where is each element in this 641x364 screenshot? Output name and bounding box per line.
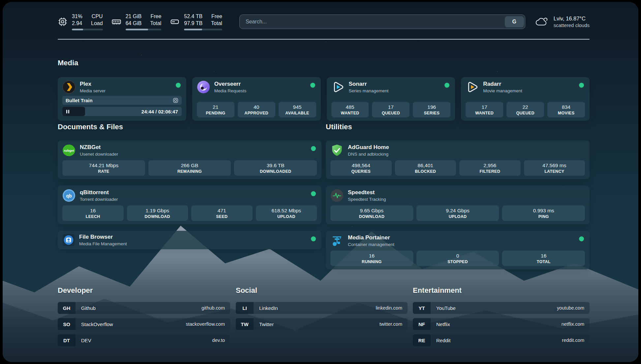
documents-section-cards: nzbget NZBGet Usenet downloader 744.21 M… <box>58 140 321 249</box>
stat-label: QUEUED <box>373 111 408 115</box>
stat-box-upload: 9.24 Gbps UPLOAD <box>416 205 499 221</box>
stat-value: 196 <box>414 104 449 110</box>
stat-box-rate: 744.21 Mbps RATE <box>62 160 145 176</box>
radarr-stats: 17 WANTED 22 QUEUED 834 MOVIES <box>466 102 585 117</box>
stat-value: 9.24 Gbps <box>418 207 498 214</box>
stat-box-pending: 21 PENDING <box>197 102 234 117</box>
app-name: Overseerr <box>214 81 247 87</box>
plex-names: Plex Media server <box>80 81 106 93</box>
stat-label: TOTAL <box>504 259 584 264</box>
bookmark-youtube[interactable]: YT YouTube youtube.com <box>413 302 590 314</box>
bookmark-stackoverflow[interactable]: SO StackOverflow stackoverflow.com <box>58 318 230 330</box>
app-card-qbittorrent[interactable]: qb qBittorrent Torrent downloader 16 LEE… <box>58 186 321 224</box>
stat-label: APPROVED <box>239 111 274 115</box>
memory-free-label: Free <box>150 13 162 20</box>
bookmark-abbr: TW <box>236 318 254 330</box>
bookmark-name: Reddit <box>431 338 450 343</box>
bookmark-name: YouTube <box>431 305 456 311</box>
bookmark-abbr: NF <box>413 318 431 330</box>
memory-progress-fill <box>126 29 148 30</box>
stat-value: 1.19 Gbps <box>128 207 187 214</box>
entertainment-bookmarks: YT YouTube youtube.com NF Netflix netfli… <box>413 302 590 346</box>
stat-box-upload: 618.52 Mbps UPLOAD <box>256 205 317 221</box>
search-engine-button[interactable]: G <box>505 16 524 27</box>
stat-label: SERIES <box>414 111 449 115</box>
pause-icon <box>66 110 69 113</box>
search-input[interactable] <box>240 19 505 25</box>
memory-ram-icon <box>111 17 121 27</box>
bookmark-abbr: LI <box>236 302 254 314</box>
search-bar: G <box>239 15 525 29</box>
sonarr-names: Sonarr Series management <box>349 81 389 93</box>
bookmark-twitter[interactable]: TW Twitter twitter.com <box>236 318 408 330</box>
stat-label: DOWNLOAD <box>128 214 187 219</box>
app-name: Media Portainer <box>348 234 394 241</box>
now-playing-media-icon <box>173 98 178 103</box>
app-card-portainer[interactable]: Media Portainer Container management 16 … <box>326 231 590 269</box>
disk-progress-fill <box>184 29 202 30</box>
memory-total-label: Total <box>150 20 162 27</box>
app-card-adguard[interactable]: AdGuard Home DNS and adblocking 498,564 … <box>326 140 590 179</box>
app-subtitle: Torrent downloader <box>80 197 118 202</box>
weather-widget: Lviv, 16.87°C scattered clouds <box>535 15 590 28</box>
bookmark-name: Twitter <box>254 321 274 327</box>
app-card-nzbget[interactable]: nzbget NZBGet Usenet downloader 744.21 M… <box>58 140 321 179</box>
bookmark-name: Github <box>76 305 96 311</box>
app-card-speedtest[interactable]: Speedtest Speedtest Tracking 9.65 Gbps D… <box>326 186 590 224</box>
stat-value: 471 <box>193 207 251 214</box>
stat-value: 16 <box>504 253 584 259</box>
app-card-sonarr[interactable]: Sonarr Series management 485 WANTED 17 Q… <box>327 77 455 121</box>
status-online-dot <box>444 83 449 88</box>
bookmark-netflix[interactable]: NF Netflix netflix.com <box>413 318 590 330</box>
weather-text: Lviv, 16.87°C scattered clouds <box>554 15 590 28</box>
app-card-radarr[interactable]: Radarr Movie management 17 WANTED 22 QUE… <box>461 77 590 121</box>
disk-total-value: 97.9 TB <box>184 20 202 27</box>
plex-icon <box>62 80 76 94</box>
portainer-names: Media Portainer Container management <box>348 234 394 247</box>
top-bar: 31% 2.94 CPU Load <box>58 11 590 33</box>
speedtest-icon <box>330 189 344 202</box>
stat-box-approved: 40 APPROVED <box>238 102 275 117</box>
bookmark-abbr: RE <box>413 334 431 346</box>
app-card-overseerr[interactable]: Overseerr Media Requests 21 PENDING 40 A… <box>192 77 321 121</box>
bookmark-github[interactable]: GH Github github.com <box>58 302 230 314</box>
bookmark-url: youtube.com <box>557 305 590 311</box>
filebrowser-icon <box>62 234 75 246</box>
app-card-plex[interactable]: Plex Media server Bullet Train 24:44 / 0 <box>58 77 186 121</box>
stat-box-download: 9.65 Gbps DOWNLOAD <box>330 205 413 221</box>
stat-value: 86,401 <box>396 162 455 169</box>
bookmark-dev[interactable]: DT DEV dev.to <box>58 334 230 346</box>
bookmark-reddit[interactable]: RE Reddit reddit.com <box>413 334 590 346</box>
stat-label: LEECH <box>64 214 122 219</box>
stat-label: WANTED <box>333 111 368 115</box>
utilities-section-title: Utilities <box>326 123 352 131</box>
cpu-stat-widget: 31% 2.94 CPU Load <box>58 13 103 31</box>
weather-location-temp: Lviv, 16.87°C <box>554 15 590 22</box>
bookmark-linkedin[interactable]: LI LinkedIn linkedin.com <box>236 302 408 314</box>
stat-value: 17 <box>467 104 502 110</box>
app-subtitle: Speedtest Tracking <box>348 197 386 202</box>
stat-value: 498,564 <box>332 162 390 169</box>
stat-label: MOVIES <box>549 111 584 115</box>
stat-label: FILTERED <box>461 169 519 174</box>
memory-free-value: 21 GiB <box>126 13 142 20</box>
app-card-filebrowser[interactable]: File Browser Media File Management <box>58 231 321 249</box>
background-snow-flecks <box>3 2 3 3</box>
app-name: qBittorrent <box>80 189 118 196</box>
stat-value: 17 <box>373 104 408 110</box>
stat-label: DOWNLOADED <box>235 169 316 174</box>
cpu-progress-fill <box>72 29 83 30</box>
sonarr-stats: 485 WANTED 17 QUEUED 196 SERIES <box>331 102 451 117</box>
adguard-icon <box>330 144 344 157</box>
developer-bookmarks: GH Github github.com SO StackOverflow st… <box>58 302 230 346</box>
status-online-dot <box>311 191 316 196</box>
nzbget-icon: nzbget <box>62 144 76 157</box>
entertainment-section-title: Entertainment <box>413 286 462 295</box>
stat-box-stopped: 0 STOPPED <box>416 251 499 266</box>
svg-text:nzbget: nzbget <box>64 149 74 152</box>
app-name: File Browser <box>79 234 127 240</box>
stat-label: RUNNING <box>332 259 412 264</box>
memory-stat-columns: 21 GiB 64 GiB Free Total <box>126 13 162 31</box>
stat-value: 266 GB <box>150 162 230 169</box>
adguard-names: AdGuard Home DNS and adblocking <box>348 144 389 156</box>
